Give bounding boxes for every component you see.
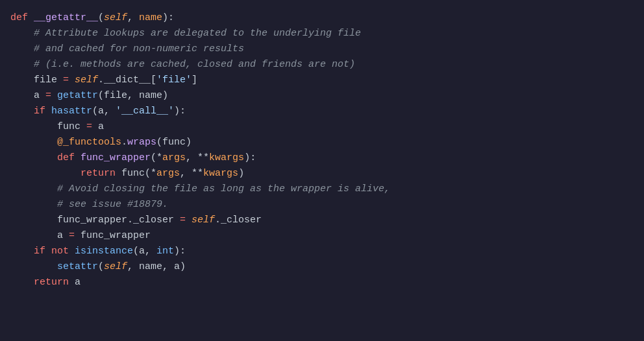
code-token	[10, 104, 34, 119]
code-token: (a,	[92, 104, 116, 119]
code-token: a	[34, 88, 40, 104]
code-token: =	[57, 73, 75, 88]
code-token: # Attribute lookups are delegated to the…	[34, 26, 361, 41]
code-token: (*	[151, 150, 162, 166]
code-token: ):	[162, 10, 174, 26]
code-line: # and cached for non-numeric results	[0, 41, 644, 57]
code-token: return	[80, 166, 121, 182]
code-token: ]	[192, 73, 197, 88]
code-line: if hasattr(a, '__call__'):	[0, 104, 644, 119]
code-token: ):	[244, 150, 256, 166]
code-token: getattr	[57, 88, 98, 104]
code-token: def	[57, 150, 80, 166]
code-token: , **	[180, 166, 203, 182]
code-token: a	[98, 119, 104, 135]
code-token: (a,	[133, 244, 156, 259]
code-token: self	[104, 10, 127, 26]
code-token: '__call__'	[116, 104, 174, 119]
code-line: func_wrapper._closer = self._closer	[0, 213, 644, 228]
code-token: file	[34, 73, 57, 88]
code-token: func	[121, 166, 145, 182]
code-token: def	[10, 10, 34, 26]
code-token: self	[192, 213, 215, 228]
code-line: # Avoid closing the file as long as the …	[0, 182, 644, 197]
code-token: args	[156, 166, 180, 182]
code-token	[10, 166, 80, 182]
code-token: wraps	[127, 135, 156, 150]
code-token	[10, 41, 34, 57]
code-token	[10, 88, 34, 104]
code-token: # see issue #18879.	[57, 197, 168, 213]
code-token: , name, a)	[127, 259, 186, 275]
code-token: (func)	[156, 135, 192, 150]
code-token: func_wrapper._closer	[57, 213, 174, 228]
code-line: a = getattr(file, name)	[0, 88, 644, 104]
code-token: ):	[174, 244, 186, 259]
code-token: =	[174, 213, 192, 228]
code-line: # Attribute lookups are delegated to the…	[0, 26, 644, 41]
code-token: func	[57, 119, 80, 135]
code-token: # Avoid closing the file as long as the …	[57, 182, 390, 197]
code-token	[10, 57, 34, 73]
code-token	[10, 275, 34, 290]
code-token: if	[34, 244, 51, 259]
code-token: .__dict__[	[98, 73, 156, 88]
code-token: int	[156, 244, 174, 259]
code-token: a	[57, 228, 63, 244]
code-line: def __getattr__(self, name):	[0, 10, 644, 26]
code-token: =	[40, 88, 57, 104]
code-token: # and cached for non-numeric results	[34, 41, 244, 57]
code-line: if not isinstance(a, int):	[0, 244, 644, 259]
code-token: a	[75, 275, 80, 290]
code-token: func_wrapper	[80, 150, 151, 166]
code-token: setattr	[57, 259, 98, 275]
code-token	[10, 244, 34, 259]
code-token: @_functools	[57, 135, 121, 150]
code-token: kwargs	[203, 166, 238, 182]
code-token: if	[34, 104, 51, 119]
code-token	[10, 26, 34, 41]
code-token	[10, 150, 57, 166]
code-token: )	[238, 166, 244, 182]
code-token	[10, 182, 57, 197]
code-line: return a	[0, 275, 644, 290]
code-token: (	[98, 259, 104, 275]
code-token	[10, 213, 57, 228]
code-token: self	[75, 73, 98, 88]
code-line: # see issue #18879.	[0, 197, 644, 213]
code-token: kwargs	[209, 150, 244, 166]
code-token: ,	[127, 10, 139, 26]
code-token: .	[121, 135, 127, 150]
code-line: func = a	[0, 119, 644, 135]
code-token: (*	[145, 166, 156, 182]
code-token	[10, 135, 57, 150]
code-token: =	[80, 119, 98, 135]
code-token: 'file'	[156, 73, 192, 88]
code-token: not	[51, 244, 75, 259]
code-token: =	[63, 228, 80, 244]
code-token	[10, 228, 57, 244]
code-token: name	[139, 10, 162, 26]
code-line: def func_wrapper(*args, **kwargs):	[0, 150, 644, 166]
code-line: @_functools.wraps(func)	[0, 135, 644, 150]
code-token: , **	[186, 150, 209, 166]
code-token: # (i.e. methods are cached, closed and f…	[34, 57, 355, 73]
code-token: (file, name)	[98, 88, 168, 104]
code-token: return	[34, 275, 75, 290]
code-token	[10, 119, 57, 135]
code-token: isinstance	[75, 244, 133, 259]
code-token	[10, 259, 57, 275]
code-line: a = func_wrapper	[0, 228, 644, 244]
code-line: file = self.__dict__['file']	[0, 73, 644, 88]
code-line: setattr(self, name, a)	[0, 259, 644, 275]
code-token: self	[104, 259, 127, 275]
code-token: ._closer	[215, 213, 262, 228]
code-line: # (i.e. methods are cached, closed and f…	[0, 57, 644, 73]
code-token: __getattr__	[34, 10, 98, 26]
code-token	[10, 197, 57, 213]
code-token: ):	[174, 104, 186, 119]
code-token: args	[162, 150, 186, 166]
code-token	[10, 73, 34, 88]
code-token: (	[98, 10, 104, 26]
code-token: func_wrapper	[80, 228, 151, 244]
